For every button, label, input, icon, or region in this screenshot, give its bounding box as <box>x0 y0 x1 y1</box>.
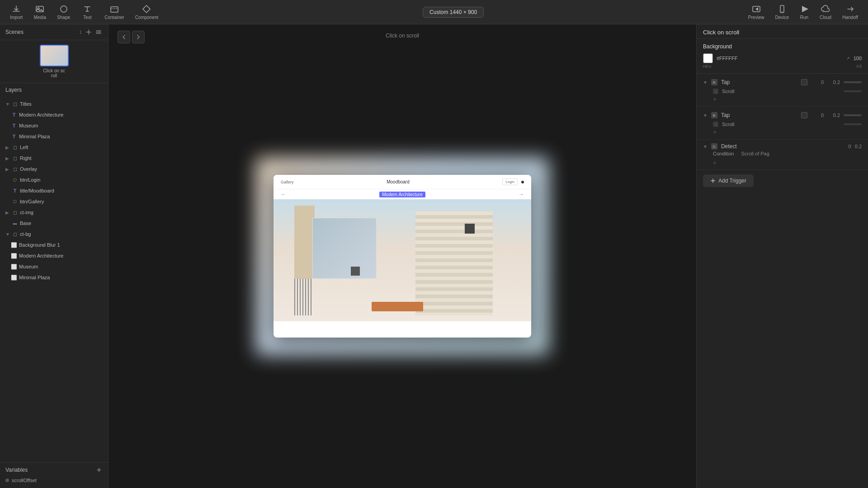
layer-titles-label: Titles <box>20 101 32 107</box>
container-button[interactable]: Container <box>100 3 128 22</box>
variables-header: Variables <box>5 466 103 474</box>
layer-bg-blur-label: Background Blur 1 <box>19 242 60 248</box>
bg-fill-label: Fill <box>857 64 862 69</box>
layers-content: ▼ ◻ Titles T Modern Architecture T Museu… <box>0 97 108 462</box>
layer-museum-1[interactable]: T Museum <box>0 120 108 131</box>
canvas-frame[interactable]: Gallery Moodboard Login ← Modern Archite… <box>274 175 531 338</box>
arch-column-element <box>294 206 315 279</box>
run-button[interactable]: Run <box>795 3 813 22</box>
layer-right-group[interactable]: ▶ ◻ Right <box>0 153 108 164</box>
layer-left-group[interactable]: ▶ ◻ Left <box>0 142 108 153</box>
detect-row: ▼ ◎ Detect 0 0.2 <box>703 143 862 150</box>
resolution-badge[interactable]: Custom 1440 × 900 <box>423 7 484 18</box>
right-panel-header: Click on scroll <box>697 24 868 39</box>
canvas-frame-wrapper: Gallery Moodboard Login ← Modern Archite… <box>274 175 531 338</box>
add-condition-icon[interactable]: + <box>713 159 717 166</box>
layer-base-label: Base <box>20 221 31 226</box>
scene-thumbnail[interactable] <box>40 45 69 66</box>
trigger-checkbox-1[interactable] <box>801 79 807 85</box>
layer-bg-blur[interactable]: ⬜ Background Blur 1 <box>0 239 108 250</box>
layer-museum-label-2: Museum <box>19 264 38 269</box>
scroll-action-icon: ↕ <box>713 89 718 94</box>
svg-marker-7 <box>802 6 808 12</box>
scenes-header: Scenes 1 <box>0 24 108 40</box>
mock-login-btn: Login <box>502 178 518 185</box>
image-icon: ⬜ <box>11 242 17 248</box>
device-button[interactable]: Device <box>770 3 793 22</box>
layer-title-moodboard-label: title/Moodboard <box>20 188 54 193</box>
scenes-title: Scenes <box>5 29 76 35</box>
scene-label: Click on sc roll <box>40 68 69 78</box>
chevron-down-icon: ▼ <box>5 232 10 237</box>
trigger-slider-1[interactable] <box>844 81 862 83</box>
layer-ct-bg-label: ct-bg <box>20 231 31 237</box>
layer-ct-img[interactable]: ▶ ◻ ct-img <box>0 207 108 218</box>
arch-window-inner <box>313 218 377 278</box>
layer-modern-architecture-label-1: Modern Architecture <box>19 112 63 117</box>
collapse-detect-icon[interactable]: ▼ <box>703 144 708 149</box>
variable-dot-icon <box>5 479 9 482</box>
layer-minimal-plaza-label-1: Minimal Plaza <box>19 134 50 139</box>
cloud-button[interactable]: Cloud <box>815 3 836 22</box>
layer-title-moodboard[interactable]: ▶ T title/Moodboard <box>0 185 108 196</box>
collapse-icon[interactable]: ▼ <box>703 113 708 118</box>
layer-minimal-plaza-1[interactable]: T Minimal Plaza <box>0 131 108 142</box>
layer-base[interactable]: ▶ ▬ Base <box>0 218 108 229</box>
layers-title: Layers <box>5 87 103 93</box>
scene-settings-button[interactable] <box>94 28 103 36</box>
shape-button[interactable]: Shape <box>52 3 75 22</box>
image-icon: ⬜ <box>11 263 17 270</box>
detect-cond-row: Condition Scroll of Pag <box>703 150 862 158</box>
svg-point-6 <box>782 11 783 12</box>
add-trigger-button[interactable]: Add Trigger <box>703 174 754 187</box>
collapse-icon[interactable]: ▼ <box>703 80 708 85</box>
trigger-checkbox-2[interactable] <box>801 112 807 118</box>
toolbar-center: Custom 1440 × 900 <box>165 7 742 18</box>
layer-minimal-plaza-2[interactable]: ⬜ Minimal Plaza <box>0 272 108 283</box>
group-icon: ◻ <box>12 231 18 237</box>
background-panel: Background #FFFFFF ↗ 100 HEX Fill <box>697 39 868 74</box>
layer-titles-group[interactable]: ▼ ◻ Titles <box>0 99 108 109</box>
layers-header: Layers <box>0 83 108 97</box>
layer-btn-login[interactable]: ▶ ⬡ btn/Login <box>0 174 108 185</box>
media-button[interactable]: Media <box>29 3 51 22</box>
left-panel: Scenes 1 Click on s <box>0 24 108 488</box>
detect-label: Detect <box>721 143 845 150</box>
arch-lines-element <box>294 279 312 315</box>
layer-modern-architecture-2[interactable]: ⬜ Modern Architecture <box>0 250 108 261</box>
layer-museum-2[interactable]: ⬜ Museum <box>0 261 108 272</box>
add-action-icon-2[interactable]: + <box>713 128 717 136</box>
variables-title: Variables <box>5 467 95 473</box>
group-icon: ◻ <box>12 101 18 107</box>
canvas-area: Click on scroll Gallery Moodboard Login <box>108 24 696 488</box>
import-button[interactable]: Import <box>5 3 27 22</box>
bg-color-swatch[interactable] <box>703 53 713 63</box>
trigger-tap-label-2: Tap <box>721 112 797 118</box>
layer-btn-gallery[interactable]: ▶ ⬡ btn/Gallery <box>0 196 108 207</box>
trigger-slider-2[interactable] <box>844 114 862 116</box>
trigger-section-1: ▼ ⊕ Tap 0 0.2 ↕ Scroll + <box>697 74 868 107</box>
add-variable-button[interactable] <box>95 466 103 474</box>
layer-overlay-group[interactable]: ▶ ◻ Overlay <box>0 164 108 174</box>
layer-ct-bg-group[interactable]: ▼ ◻ ct-bg <box>0 229 108 239</box>
mock-nav-title: Moodboard <box>387 179 410 184</box>
detect-num2: 0.2 <box>855 144 862 149</box>
layer-modern-architecture-1[interactable]: T Modern Architecture <box>0 109 108 120</box>
text-button[interactable]: Text <box>76 3 98 22</box>
nav-forward-button[interactable] <box>132 31 145 43</box>
add-scene-button[interactable] <box>85 28 93 36</box>
add-action-icon-1[interactable]: + <box>713 95 717 103</box>
detect-plus-row: + <box>703 158 862 168</box>
component-icon: ⬡ <box>12 177 18 183</box>
preview-button[interactable]: Preview <box>744 3 769 22</box>
arch-bench-element <box>372 302 423 312</box>
trigger-num2-2: 0.2 <box>827 113 840 118</box>
chevron-right-icon: ▶ <box>5 167 10 172</box>
component-button[interactable]: Component <box>131 3 163 22</box>
variable-scroll-offset[interactable]: scrollOffset <box>5 476 103 484</box>
nav-back-button[interactable] <box>118 31 130 43</box>
bg-hex-label: HEX <box>703 64 712 69</box>
mock-nav-right: Login <box>502 178 524 185</box>
handoff-button[interactable]: Handoff <box>838 3 863 22</box>
mock-nav-dot <box>521 181 524 183</box>
